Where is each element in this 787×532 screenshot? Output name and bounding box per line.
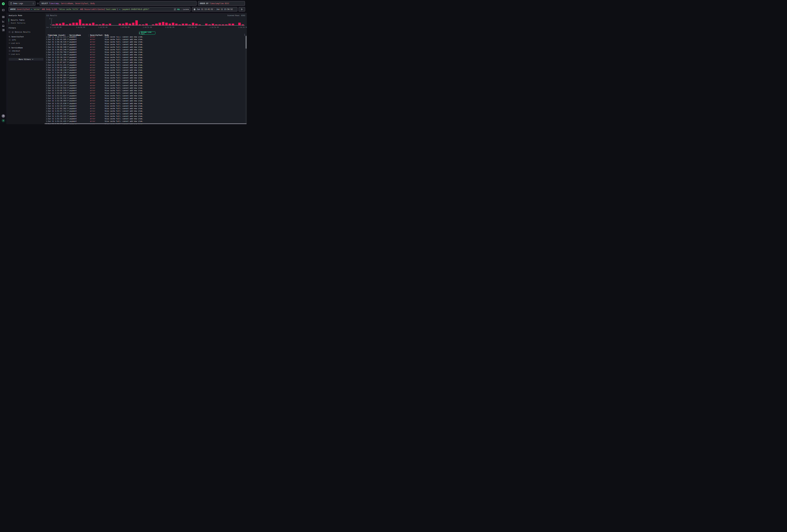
table-options-icon[interactable] (244, 34, 245, 36)
table-row[interactable]: Jun 11 1:54:43.948 PMpaymenterrorVisa ca… (46, 66, 244, 69)
table-row[interactable]: Jun 11 1:54:26.230 PMpaymenterrorVisa ca… (46, 71, 244, 74)
histogram-bar[interactable] (192, 23, 194, 25)
histogram-bar[interactable] (155, 24, 157, 25)
more-filters-button[interactable]: More filters (9, 58, 43, 61)
dashboard-icon[interactable] (2, 29, 5, 31)
chevron-right-icon[interactable] (46, 77, 47, 79)
column-header-servicename[interactable]: ServiceName (69, 34, 81, 36)
histogram-bar[interactable] (175, 24, 177, 25)
histogram-bar[interactable] (92, 23, 94, 25)
column-resize-handle[interactable] (68, 34, 68, 37)
laptop-sessions-icon[interactable] (2, 24, 5, 27)
histogram-bar[interactable] (132, 23, 134, 25)
histogram-bar[interactable] (119, 24, 121, 25)
chevron-right-icon[interactable] (46, 115, 47, 117)
horizontal-scrollbar-thumb[interactable] (45, 123, 247, 124)
table-row[interactable]: Jun 11 1:51:43.121 PMpaymenterrorVisa ca… (46, 115, 244, 118)
chevron-right-icon[interactable] (46, 92, 47, 94)
histogram-bar[interactable] (172, 23, 174, 25)
chevron-right-icon[interactable] (46, 72, 47, 73)
chevron-right-icon[interactable] (46, 39, 47, 40)
histogram-bar[interactable] (169, 24, 171, 25)
table-row[interactable]: Jun 11 1:55:16.296 PMpaymenterrorVisa ca… (46, 59, 244, 61)
chevron-right-icon[interactable] (46, 44, 47, 45)
chevron-right-icon[interactable] (46, 51, 47, 53)
histogram-bar[interactable] (232, 24, 234, 25)
lucene-mode-button[interactable]: Lucene (183, 8, 189, 10)
histogram-bar[interactable] (102, 24, 105, 25)
table-row[interactable]: Jun 11 1:52:51.824 PMpaymenterrorVisa ca… (46, 94, 244, 97)
chevron-right-icon[interactable] (46, 64, 47, 66)
table-row[interactable]: Jun 11 1:54:40.218 PMpaymenterrorVisa ca… (46, 69, 244, 71)
chevron-right-icon[interactable] (46, 37, 47, 38)
filter-group-title[interactable]: SeverityText (11, 36, 24, 38)
column-resize-handle[interactable] (88, 34, 89, 37)
chevron-right-icon[interactable] (46, 75, 47, 76)
tab-event-patterns[interactable]: Event Patterns (9, 22, 43, 25)
load-more-button[interactable]: Load more (9, 42, 43, 44)
histogram-bar[interactable] (89, 24, 91, 25)
table-row[interactable]: Jun 11 1:52:19.473 PMpaymenterrorVisa ca… (46, 105, 244, 107)
filter-option-checkout[interactable]: checkout (9, 50, 43, 52)
histogram-bar[interactable] (185, 24, 188, 25)
column-resize-handle[interactable] (103, 34, 104, 37)
chevron-right-icon[interactable] (46, 95, 47, 97)
chevron-right-icon[interactable] (46, 87, 47, 89)
table-row[interactable]: Jun 11 1:51:31.415 PMpaymenterrorVisa ca… (46, 120, 244, 123)
histogram-bar[interactable] (69, 24, 71, 25)
chevron-right-icon[interactable] (46, 90, 47, 91)
chevron-right-icon[interactable] (46, 103, 47, 104)
filter-checkbox[interactable] (9, 39, 10, 41)
histogram-bar[interactable] (59, 24, 61, 25)
histogram-bar[interactable] (85, 24, 88, 25)
table-row[interactable]: Jun 11 1:54:52.241 PMpaymenterrorVisa ca… (46, 64, 244, 66)
chevron-right-icon[interactable] (46, 85, 47, 86)
histogram-bar[interactable] (122, 24, 124, 25)
chevron-right-icon[interactable] (46, 49, 47, 50)
denoise-checkbox[interactable] (9, 31, 10, 33)
table-row[interactable]: Jun 11 1:53:24.274 PMpaymenterrorVisa ca… (46, 84, 244, 87)
chevron-right-icon[interactable] (46, 54, 47, 56)
histogram-bar[interactable] (125, 23, 128, 25)
chart-icon[interactable] (2, 20, 5, 23)
help-button[interactable]: ? (2, 114, 5, 118)
table-row[interactable]: Jun 11 1:52:02.581 PMpaymenterrorVisa ca… (46, 107, 244, 110)
chevron-right-icon[interactable] (46, 118, 47, 120)
denoise-results-toggle[interactable]: Denoise Results (9, 31, 43, 33)
column-header-severitytext[interactable]: SeverityText (90, 34, 103, 36)
table-row[interactable]: Jun 11 1:53:41.873 PMpaymenterrorVisa ca… (46, 79, 244, 82)
histogram-bar[interactable] (195, 24, 197, 25)
table-row[interactable]: Jun 11 1:55:39.324 PMpaymenterrorVisa ca… (46, 56, 244, 59)
chevron-right-icon[interactable] (46, 69, 47, 71)
table-row[interactable]: Jun 11 1:56:51.975 PMpaymenterrorVisa ca… (46, 37, 244, 38)
table-row[interactable]: Jun 11 1:53:00.676 PMpaymenterrorVisa ca… (46, 92, 244, 94)
chevron-right-icon[interactable] (46, 46, 47, 48)
chevron-right-icon[interactable] (46, 57, 47, 58)
hyperdx-logo-icon[interactable] (2, 2, 5, 5)
table-row[interactable]: Jun 11 1:54:09.906 PMpaymenterrorVisa ca… (46, 74, 244, 77)
histogram-bar[interactable] (158, 23, 161, 25)
chevron-right-icon[interactable] (46, 67, 47, 68)
table-row[interactable]: Jun 11 1:56:03.248 PMpaymenterrorVisa ca… (46, 48, 244, 51)
table-row[interactable]: Jun 11 1:51:47.229 PMpaymenterrorVisa ca… (46, 112, 244, 115)
sql-mode-button[interactable]: SQL (177, 8, 180, 10)
chevron-right-icon[interactable] (46, 98, 47, 99)
run-query-button[interactable] (239, 7, 245, 12)
table-row[interactable]: Jun 11 1:52:35.232 PMpaymenterrorVisa ca… (46, 97, 244, 100)
table-row[interactable]: Jun 11 1:56:38.534 PMpaymenterrorVisa ca… (46, 41, 244, 43)
chevron-right-icon[interactable] (46, 110, 47, 112)
chevron-right-icon[interactable] (46, 113, 47, 114)
histogram-bar[interactable] (228, 24, 231, 25)
vertical-scrollbar-thumb[interactable] (246, 36, 247, 49)
histogram-bar[interactable] (182, 24, 184, 25)
source-select[interactable]: Demo Logs (9, 1, 36, 6)
table-row[interactable]: Jun 11 1:53:26.250 PMpaymenterrorVisa ca… (46, 82, 244, 84)
chevron-right-icon[interactable] (46, 59, 47, 61)
load-more-button[interactable]: Load more (9, 53, 43, 55)
time-range-picker[interactable]: Jun 11 13:41:52 - Jun 11 13:56:52 (192, 7, 237, 12)
gear-icon[interactable] (37, 2, 39, 5)
histogram-bar[interactable] (145, 24, 148, 25)
histogram-bar[interactable] (212, 24, 214, 25)
user-avatar[interactable]: U (2, 119, 5, 122)
select-query-input[interactable]: SELECT Timestamp, ServiceName, SeverityT… (40, 1, 197, 6)
